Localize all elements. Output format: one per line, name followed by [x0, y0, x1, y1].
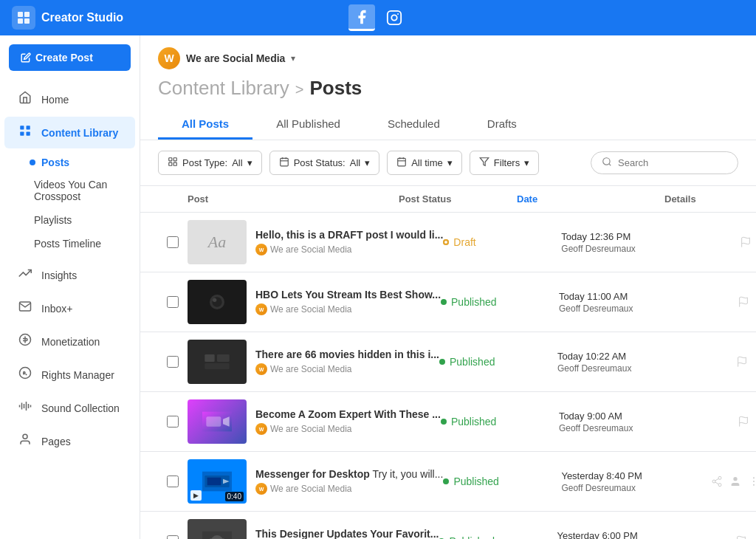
post-status-label: Post Status: — [294, 157, 346, 168]
details-cell-4 — [707, 411, 756, 432]
status-dot-5 — [443, 478, 449, 484]
share-icon-5[interactable] — [709, 471, 724, 492]
pages-icon — [16, 433, 34, 450]
svg-point-54 — [718, 476, 721, 479]
status-text-5: Published — [453, 476, 499, 487]
date-value-2: Today 11:00 AM — [559, 291, 707, 302]
svg-point-62 — [753, 484, 755, 486]
sidebar-item-home[interactable]: Home — [4, 83, 135, 115]
page-title-row: Content Library > Posts — [158, 77, 738, 100]
more-icon-5[interactable] — [746, 471, 756, 492]
sidebar-item-rights-manager-label: Rights Manager — [41, 369, 114, 381]
sidebar-item-content-library[interactable]: Content Library — [4, 117, 135, 148]
header-checkbox — [158, 193, 188, 205]
boost-icon-2[interactable] — [733, 292, 754, 312]
post-cell-2: HBO Lets You Stream Its Best Show... W W… — [188, 280, 441, 324]
boost-icon-3[interactable] — [732, 351, 752, 372]
boost-icon-6[interactable] — [731, 531, 752, 539]
date-author-1: Geoff Desreumaux — [561, 244, 709, 254]
table-header: Post Post Status Date Details — [140, 186, 756, 213]
post-cell-6: This Designer Updates Your Favorit... W … — [188, 519, 439, 539]
svg-line-34 — [609, 164, 611, 166]
date-value-6: Yesterday 6:00 PM — [557, 530, 704, 540]
profile-icon-5[interactable] — [727, 471, 743, 492]
post-account-avatar-4: W — [255, 423, 267, 435]
account-avatar: W — [158, 47, 180, 69]
sidebar-subitem-posts-timeline[interactable]: Posts Timeline — [0, 232, 140, 255]
boost-icon-1[interactable] — [735, 232, 756, 253]
boost-icon-4[interactable] — [733, 411, 754, 432]
svg-rect-47 — [206, 416, 221, 426]
content-library-icon — [16, 124, 34, 141]
status-text-1: Draft — [453, 236, 475, 248]
tab-drafts[interactable]: Drafts — [464, 110, 540, 140]
svg-rect-8 — [27, 126, 30, 129]
posts-table: Post Post Status Date Details Aa Hello, … — [140, 186, 756, 539]
row-checkbox-4[interactable] — [158, 416, 188, 428]
row-checkbox-3[interactable] — [158, 356, 188, 368]
post-thumbnail-2 — [188, 280, 247, 324]
sidebar-item-pages[interactable]: Pages — [4, 425, 135, 457]
table-row: 0:40 ▶ Messenger for Desktop Try it, you… — [140, 452, 756, 512]
sidebar-item-rights-manager[interactable]: Rights Manager — [4, 359, 135, 391]
date-value-5: Yesterday 8:40 PM — [561, 470, 709, 481]
search-box[interactable] — [591, 151, 738, 174]
video-play-icon-5: ▶ — [190, 490, 202, 501]
sidebar-item-home-label: Home — [41, 94, 69, 106]
account-selector[interactable]: W We are Social Media ▾ — [158, 47, 738, 69]
account-name: We are Social Media — [186, 52, 285, 64]
time-label: All time — [411, 157, 443, 168]
header-details: Details — [664, 193, 738, 205]
filters-button[interactable]: Filters ▾ — [470, 151, 539, 175]
row-checkbox-6[interactable] — [158, 535, 188, 539]
tab-scheduled[interactable]: Scheduled — [364, 110, 464, 140]
row-checkbox-5[interactable] — [158, 476, 188, 487]
status-cell-5: Published — [443, 476, 561, 487]
tab-all-posts[interactable]: All Posts — [158, 110, 252, 140]
post-account-avatar-2: W — [255, 303, 267, 315]
breadcrumb-library: Content Library — [158, 77, 289, 100]
svg-point-56 — [718, 484, 721, 487]
post-status-filter[interactable]: Post Status: All ▾ — [269, 151, 380, 175]
tab-all-published[interactable]: All Published — [252, 110, 364, 140]
post-account-3: W We are Social Media — [255, 363, 439, 375]
row-checkbox-2[interactable] — [158, 296, 188, 308]
sidebar-item-inbox[interactable]: Inbox+ — [4, 292, 135, 324]
sidebar-subitem-posts[interactable]: Posts — [0, 152, 140, 173]
svg-point-33 — [603, 158, 610, 165]
sidebar-item-sound-collection[interactable]: Sound Collection — [4, 392, 135, 424]
brand: Creator Studio — [12, 6, 123, 30]
sidebar-subitem-playlists[interactable]: Playlists — [0, 208, 140, 232]
header-date[interactable]: Date — [517, 193, 664, 205]
post-info-4: Become A Zoom Expert With These ... W We… — [255, 408, 441, 435]
svg-rect-23 — [173, 162, 176, 165]
account-dropdown-chevron[interactable]: ▾ — [291, 53, 295, 63]
post-type-filter[interactable]: Post Type: All ▾ — [158, 151, 262, 175]
post-title-3: There are 66 movies hidden in this i... — [255, 349, 439, 360]
svg-rect-43 — [217, 354, 230, 362]
search-input[interactable] — [618, 157, 727, 168]
create-post-button[interactable]: Create Post — [9, 44, 131, 71]
sound-collection-icon — [16, 399, 34, 416]
status-text-2: Published — [451, 296, 497, 308]
details-cell-2 — [707, 292, 756, 312]
rights-manager-icon — [16, 366, 34, 383]
sidebar-item-monetization[interactable]: Monetization — [4, 326, 135, 357]
platform-switcher — [348, 4, 408, 31]
time-filter[interactable]: All time ▾ — [387, 151, 462, 175]
date-cell-6: Yesterday 6:00 PM Geoff Desreumaux — [557, 530, 704, 540]
sidebar-item-insights[interactable]: Insights — [4, 259, 135, 291]
top-navigation: Creator Studio — [0, 0, 756, 35]
sidebar-subitem-videos[interactable]: Videos You Can Crosspost — [0, 173, 140, 208]
posts-label: Posts — [41, 157, 69, 168]
status-dot-2 — [441, 299, 447, 305]
svg-rect-42 — [205, 354, 214, 362]
svg-point-59 — [733, 477, 737, 481]
search-icon — [602, 157, 612, 169]
sidebar: Create Post Home Content Library — [0, 35, 140, 539]
monetization-icon — [16, 333, 34, 350]
table-row: This Designer Updates Your Favorit... W … — [140, 512, 756, 539]
instagram-nav-button[interactable] — [381, 4, 408, 31]
facebook-nav-button[interactable] — [348, 4, 375, 31]
row-checkbox-1[interactable] — [158, 236, 188, 248]
